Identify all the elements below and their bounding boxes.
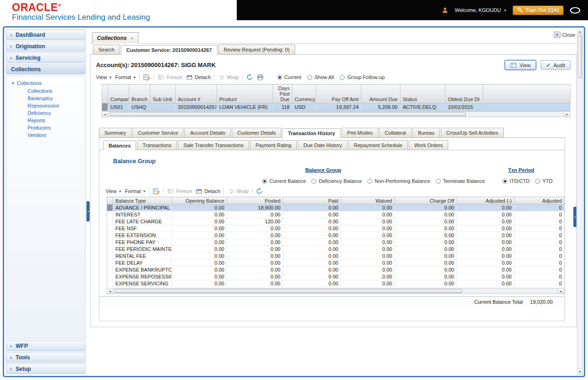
scroll-left-button[interactable]: ◄ [102, 112, 108, 117]
tree-item-collections[interactable]: Collections [7, 87, 84, 95]
view-menu[interactable]: View ▼ [106, 188, 122, 194]
tree-item-vendors[interactable]: Vendors [7, 131, 84, 139]
column-header[interactable]: Company [108, 85, 129, 103]
format-menu[interactable]: Format ▼ [125, 188, 146, 194]
refresh-icon[interactable] [246, 74, 253, 81]
row-selector[interactable] [107, 253, 113, 260]
tree-item-producers[interactable]: Producers [7, 124, 84, 131]
column-header[interactable]: Amount Due [361, 85, 400, 103]
row-selector[interactable] [107, 239, 113, 246]
tab-account-details[interactable]: Account Details [184, 128, 230, 137]
row-selector[interactable] [107, 204, 113, 211]
wrap-button[interactable]: Wrap [227, 187, 248, 195]
column-header[interactable]: Oldest Due Dt [445, 85, 483, 103]
tab-due-date-history[interactable]: Due Date History [298, 140, 348, 150]
tab-bureau[interactable]: Bureau [412, 128, 440, 137]
tab-customer-details[interactable]: Customer Details [232, 128, 281, 137]
row-selector[interactable] [107, 267, 113, 273]
tab-repayment-schedule[interactable]: Repayment Schedule [348, 140, 408, 150]
tab-close-icon[interactable]: × [131, 35, 133, 41]
table-row[interactable]: FEE DELAY0.000.000.000.000.000.000 [107, 260, 565, 267]
table-row[interactable]: INTEREST0.000.000.000.000.000.000 [107, 211, 565, 218]
row-selector[interactable] [107, 280, 113, 287]
account-horizontal-scrollbar[interactable]: ◄ ► [102, 111, 571, 117]
table-row[interactable]: US01USHQ20150900014267LOAN VEHICLE (FR)1… [102, 103, 571, 111]
sidebar-item-collections[interactable]: Collections [6, 64, 86, 74]
sidebar-item-servicing[interactable]: › Servicing [6, 52, 86, 63]
scroll-left-button[interactable]: ◄ [107, 289, 114, 294]
column-header[interactable]: Currency [292, 85, 316, 103]
column-header[interactable]: Branch [129, 85, 150, 103]
contact-icon[interactable] [570, 7, 581, 14]
row-selector[interactable] [107, 232, 113, 239]
column-header[interactable]: Balance Type [113, 197, 172, 204]
column-header[interactable]: Paid [283, 197, 341, 204]
table-row[interactable]: ADVANCE / PRINCIPAL0.0018,900.000.000.00… [107, 204, 565, 211]
row-selector[interactable] [102, 103, 108, 111]
tab-collateral[interactable]: Collateral [379, 128, 411, 137]
balance-group-label[interactable]: Balance Group [305, 167, 341, 173]
tree-item-repossession[interactable]: Repossession [7, 102, 84, 109]
radio-itd-ctd[interactable]: ITD/CTD [502, 178, 530, 184]
row-selector[interactable] [107, 260, 113, 267]
column-header[interactable]: Waived [341, 197, 395, 204]
tab-sale-transfer-transactions[interactable]: Sale Transfer Transactions [178, 140, 249, 150]
row-selector[interactable] [107, 246, 113, 253]
detach-button[interactable]: Detach [195, 187, 221, 195]
freeze-button[interactable]: Freeze [157, 74, 182, 81]
sidebar-item-dashboard[interactable]: › DashBoard [6, 29, 86, 40]
view-menu[interactable]: View ▼ [96, 74, 112, 80]
scrollbar-thumb[interactable] [578, 36, 582, 78]
radio-terminate-balance[interactable]: Terminate Balance [436, 178, 485, 184]
view-button[interactable]: View [505, 60, 536, 70]
tab-work-orders[interactable]: Work Orders [409, 140, 448, 150]
tree-root-collections[interactable]: ▾ Collections [7, 79, 84, 87]
panel-collapse-handle[interactable]: ◄ [573, 207, 577, 227]
radio-ytd[interactable]: YTD [535, 178, 553, 184]
column-header[interactable]: Account # [176, 85, 217, 103]
row-selector[interactable] [107, 211, 113, 218]
tab-balances[interactable]: Balances [103, 141, 136, 150]
radio-group-follow-up[interactable]: Group Follow-up [340, 74, 384, 80]
sidebar-item-wfp[interactable]: › WFP [6, 340, 86, 351]
column-header[interactable]: Product [217, 85, 273, 103]
sidebar-item-origination[interactable]: › Origination [6, 41, 86, 51]
format-menu[interactable]: Format ▼ [115, 74, 137, 80]
tab-review-request[interactable]: Review Request (Pending: 0) [218, 45, 295, 54]
scrollbar-thumb[interactable] [110, 112, 466, 116]
print-icon[interactable] [257, 74, 264, 81]
column-header[interactable]: Adjusted (-) [457, 197, 514, 204]
tab-payment-rating[interactable]: Payment Rating [250, 140, 297, 150]
detach-button[interactable]: Detach [186, 74, 211, 81]
table-row[interactable]: FEE NSF0.000.000.000.000.000.000 [107, 225, 565, 232]
welcome-menu[interactable]: Welcome, KGOUDU ▼ [455, 7, 507, 13]
column-header[interactable]: Pay Off Amt [316, 85, 361, 103]
sidebar-collapse-handle[interactable]: ◄ [86, 201, 90, 221]
audit-button[interactable]: ✔ Audit [541, 60, 571, 70]
tab-summary[interactable]: Summary [99, 128, 131, 137]
scroll-right-button[interactable]: ► [558, 289, 564, 294]
column-header[interactable]: Opening Balance [172, 197, 227, 204]
close-button[interactable]: × Close [554, 32, 575, 38]
tab-transaction-history[interactable]: Transaction History [282, 128, 341, 138]
table-row[interactable]: EXPENSE REPOSESSIO...0.000.000.000.000.0… [107, 273, 565, 280]
scroll-up-button[interactable]: ▲ [577, 29, 582, 35]
tree-item-deficiency[interactable]: Deficiency [7, 109, 84, 117]
txn-period-label[interactable]: Txn Period [508, 167, 534, 173]
row-selector[interactable] [107, 225, 113, 232]
sidebar-item-tools[interactable]: › Tools [6, 352, 86, 363]
column-header[interactable]: Sub Unit [150, 85, 176, 103]
column-header[interactable]: Adjusted [514, 197, 565, 204]
tree-item-bankruptcy[interactable]: Bankruptcy [7, 95, 84, 102]
radio-show-all[interactable]: Show All [307, 74, 334, 80]
balance-horizontal-scrollbar[interactable]: ◄ ► [107, 288, 565, 294]
row-selector[interactable] [107, 273, 113, 280]
freeze-button[interactable]: Freeze [167, 187, 192, 195]
refresh-icon[interactable] [256, 187, 263, 195]
scrollbar-thumb[interactable] [115, 289, 462, 293]
sidebar-item-setup[interactable]: › Setup [6, 363, 86, 374]
export-to-excel-icon[interactable] [143, 74, 150, 81]
table-row[interactable]: EXPENSE BANKRUPTCY0.000.000.000.000.000.… [107, 267, 565, 273]
column-header[interactable]: Charge Off [395, 197, 457, 204]
tree-item-reports[interactable]: Reports [7, 117, 84, 124]
